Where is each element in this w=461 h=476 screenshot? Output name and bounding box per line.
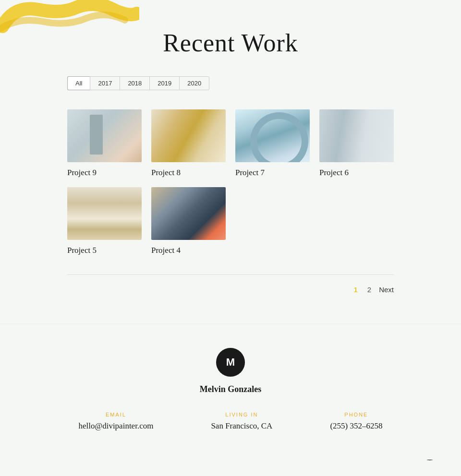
phone-label: PHONE	[330, 412, 382, 417]
filter-all[interactable]: All	[67, 76, 90, 90]
footer: M Melvin Gonzales EMAIL hello@divipainte…	[0, 323, 461, 460]
project-thumbnail	[67, 109, 142, 162]
filter-2017[interactable]: 2017	[90, 76, 120, 90]
filter-2020[interactable]: 2020	[179, 76, 209, 90]
email-label: EMAIL	[79, 412, 154, 417]
page-title: Recent Work	[0, 29, 461, 57]
contact-email: EMAIL hello@divipainter.com	[79, 412, 154, 431]
project-item[interactable]: Project 9	[67, 109, 142, 178]
project-name: Project 9	[67, 168, 142, 178]
project-thumbnail	[151, 187, 226, 240]
footer-contact: EMAIL hello@divipainter.com LIVING IN Sa…	[0, 412, 461, 431]
location-value: San Francisco, CA	[211, 421, 272, 431]
contact-phone: PHONE (255) 352–6258	[330, 412, 382, 431]
projects-grid: Project 9 Project 8 Project 7 Project 6 …	[0, 109, 461, 255]
project-name: Project 8	[151, 168, 226, 178]
grid-spacer	[235, 187, 310, 255]
project-thumbnail	[151, 109, 226, 162]
next-page-button[interactable]: Next	[379, 286, 394, 294]
pagination-divider	[67, 274, 394, 275]
page-number-2[interactable]: 2	[365, 285, 373, 295]
filter-2018[interactable]: 2018	[120, 76, 149, 90]
project-name: Project 4	[151, 246, 226, 255]
filter-2019[interactable]: 2019	[149, 76, 179, 90]
project-thumbnail	[235, 109, 310, 162]
email-value: hello@divipainter.com	[79, 421, 154, 431]
project-thumbnail	[319, 109, 394, 162]
project-name: Project 6	[319, 168, 394, 178]
pagination-controls: 1 2 Next	[67, 285, 394, 295]
page-number-1[interactable]: 1	[352, 285, 359, 295]
filter-bar: All 2017 2018 2019 2020	[0, 76, 461, 105]
phone-value: (255) 352–6258	[330, 421, 382, 431]
page-title-section: Recent Work	[0, 0, 461, 76]
avatar-letter: M	[226, 356, 235, 369]
project-item[interactable]: Project 8	[151, 109, 226, 178]
project-name: Project 5	[67, 246, 142, 255]
project-item[interactable]: Project 6	[319, 109, 394, 178]
contact-location: LIVING IN San Francisco, CA	[211, 412, 272, 431]
footer-avatar: M	[216, 348, 245, 377]
project-name: Project 7	[235, 168, 310, 178]
footer-name: Melvin Gonzales	[0, 384, 461, 394]
location-label: LIVING IN	[211, 412, 272, 417]
project-item[interactable]: Project 4	[151, 187, 226, 255]
project-item[interactable]: Project 5	[67, 187, 142, 255]
pagination-section: 1 2 Next	[0, 274, 461, 323]
project-thumbnail	[67, 187, 142, 240]
grid-spacer	[319, 187, 394, 255]
project-item[interactable]: Project 7	[235, 109, 310, 178]
